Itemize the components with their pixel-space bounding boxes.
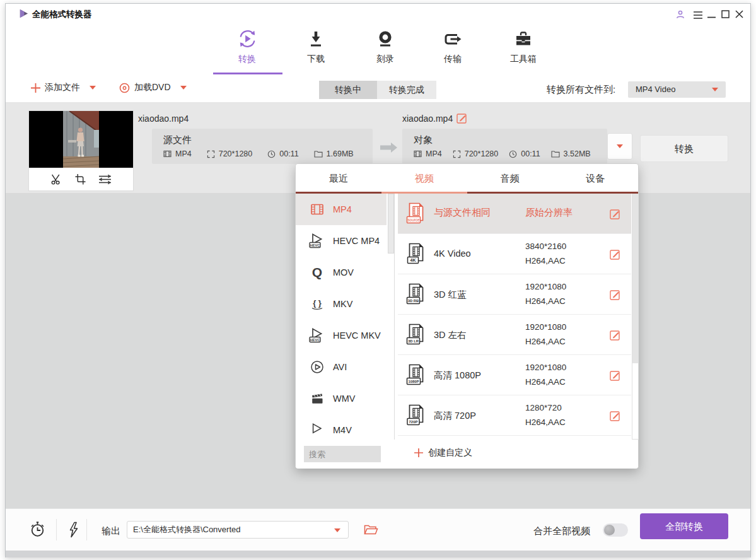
format-label: MP4 — [333, 204, 352, 214]
format-label: AVI — [333, 362, 347, 372]
tab-toolbox[interactable]: 工具箱 — [497, 26, 550, 68]
dvd-disc-icon — [119, 83, 130, 93]
tab-burn-label: 刻录 — [359, 54, 412, 65]
target-format: MP4 — [426, 149, 442, 158]
crop-icon[interactable] — [75, 174, 86, 185]
tab-convert[interactable]: 转换 — [221, 26, 274, 68]
close-button[interactable] — [735, 10, 743, 18]
minimize-button[interactable] — [707, 16, 716, 18]
resolution-icon — [453, 150, 461, 158]
app-logo-icon — [18, 8, 29, 19]
thumbnail-toolbar — [29, 168, 133, 190]
format-item-m4v[interactable]: M4V — [296, 414, 387, 440]
format-item-avi[interactable]: AVI — [296, 351, 387, 383]
duration-clock-icon — [267, 150, 276, 158]
preset-edit-icon[interactable] — [610, 410, 621, 421]
preset-edit-icon[interactable] — [610, 289, 621, 300]
effects-sliders-icon[interactable] — [98, 174, 112, 185]
source-size: 1.69MB — [327, 149, 354, 158]
popup-tab-device[interactable]: 设备 — [552, 164, 638, 192]
scrollbar-thumb[interactable] — [388, 194, 394, 254]
trim-scissors-icon[interactable] — [50, 173, 62, 185]
title-bar: 全能格式转换器 — [6, 4, 750, 23]
svg-text:3D RB: 3D RB — [408, 299, 419, 303]
add-file-button[interactable]: 添加文件 — [31, 82, 96, 93]
scrollbar-thumb[interactable] — [632, 194, 638, 363]
rename-edit-icon[interactable] — [457, 112, 468, 124]
app-title: 全能格式转换器 — [32, 9, 92, 20]
video-thumbnail[interactable] — [29, 111, 133, 168]
tab-download[interactable]: 下载 — [289, 26, 342, 68]
preset-row-4k[interactable]: 4K 4K Video 3840*2160 H264,AAC — [398, 234, 631, 274]
preset-3d-rb-icon: 3D RB — [405, 283, 427, 306]
svg-text:4K: 4K — [410, 258, 416, 262]
menu-icon[interactable] — [693, 11, 703, 20]
quicktime-q-icon: Q — [308, 265, 327, 280]
preset-codec: H264,AAC — [525, 417, 566, 427]
play-outline-icon — [308, 423, 327, 437]
preset-resolution: 1280*720 — [525, 403, 562, 412]
popup-tab-audio[interactable]: 音频 — [467, 164, 553, 192]
mp4-filmstrip-icon — [308, 202, 327, 216]
source-info-box: 源文件 MP4 720*1280 00:11 1.69MB — [152, 129, 373, 164]
format-item-hevc-mp4[interactable]: HEVC HEVC MP4 — [296, 225, 387, 257]
preset-3d-lr-icon: 3D LR — [405, 324, 427, 346]
format-item-mov[interactable]: Q MOV — [296, 257, 387, 288]
target-resolution: 720*1280 — [465, 149, 499, 158]
preset-row-720p[interactable]: 720P 高清 720P 1280*720 H264,AAC — [398, 395, 631, 436]
hevc-play-icon: HEVC — [308, 328, 327, 343]
preset-row-source[interactable]: source 与源文件相同 原始分辨率 — [398, 194, 631, 234]
convert-button[interactable]: 转换 — [640, 135, 728, 162]
svg-text:source: source — [407, 218, 420, 222]
format-item-mp4[interactable]: MP4 — [296, 194, 387, 225]
popup-tab-video[interactable]: 视频 — [381, 164, 467, 192]
open-folder-icon[interactable] — [364, 523, 378, 536]
preset-list: source 与源文件相同 原始分辨率 4K 4K Video 3840*216… — [398, 194, 631, 440]
tab-transfer[interactable]: 传输 — [426, 26, 479, 68]
tab-toolbox-label: 工具箱 — [497, 54, 550, 65]
load-dvd-label: 加载DVD — [134, 82, 171, 93]
preset-resolution: 1920*1080 — [525, 282, 566, 291]
format-item-hevc-mkv[interactable]: HEVC HEVC MKV — [296, 320, 387, 351]
format-list-scrollbar[interactable] — [387, 194, 395, 440]
format-label: HEVC MP4 — [333, 236, 380, 246]
account-icon[interactable] — [675, 9, 685, 20]
preset-edit-icon[interactable] — [610, 370, 621, 381]
preset-edit-icon[interactable] — [610, 329, 621, 341]
search-input[interactable] — [304, 446, 381, 462]
preset-row-3d-rb[interactable]: 3D RB 3D 红蓝 1920*1080 H264,AAC — [398, 274, 631, 315]
preset-codec: H264,AAC — [525, 337, 566, 346]
divider — [86, 519, 87, 540]
format-item-wmv[interactable]: WMV — [296, 383, 387, 414]
hevc-play-icon: HEVC — [308, 233, 327, 248]
add-file-caret-icon — [90, 86, 96, 90]
maximize-button[interactable] — [721, 10, 730, 18]
preset-row-1080p[interactable]: 1080P 高清 1080P 1920*1080 H264,AAC — [398, 355, 631, 395]
target-box-title: 对象 — [414, 134, 433, 146]
preset-name: 高清 720P — [434, 410, 476, 422]
duration-clock-icon — [509, 150, 517, 158]
preset-edit-icon[interactable] — [610, 248, 621, 260]
load-dvd-button[interactable]: 加载DVD — [119, 82, 187, 93]
target-format-select[interactable]: MP4 Video — [628, 81, 726, 98]
tab-burn[interactable]: 刻录 — [359, 26, 412, 68]
format-item-mkv[interactable]: { } MKV — [296, 288, 387, 320]
convert-all-button[interactable]: 全部转换 — [640, 513, 728, 539]
merge-videos-toggle[interactable] — [603, 523, 628, 537]
output-label: 输出 — [102, 525, 120, 537]
tab-converting[interactable]: 转换中 — [319, 81, 377, 99]
film-icon — [163, 150, 172, 158]
performance-bolt-icon[interactable] — [67, 522, 79, 538]
format-dropdown-button[interactable] — [607, 133, 632, 160]
schedule-alarm-icon[interactable] — [29, 520, 46, 539]
create-custom-button[interactable]: 创建自定义 — [414, 447, 472, 458]
output-path-select[interactable]: E:\全能格式转换器\Converted — [127, 521, 349, 539]
popup-tab-recent[interactable]: 最近 — [296, 164, 381, 192]
tab-converted[interactable]: 转换完成 — [377, 81, 436, 99]
preset-resolution: 1920*1080 — [525, 363, 566, 372]
preset-edit-icon[interactable] — [610, 208, 621, 219]
target-info-box: 对象 MP4 720*1280 00:11 3.52MB — [402, 129, 607, 164]
preset-list-scrollbar[interactable] — [632, 194, 639, 440]
preset-row-3d-lr[interactable]: 3D LR 3D 左右 1920*1080 H264,AAC — [398, 315, 631, 355]
format-dropdown-caret-icon — [617, 144, 623, 148]
